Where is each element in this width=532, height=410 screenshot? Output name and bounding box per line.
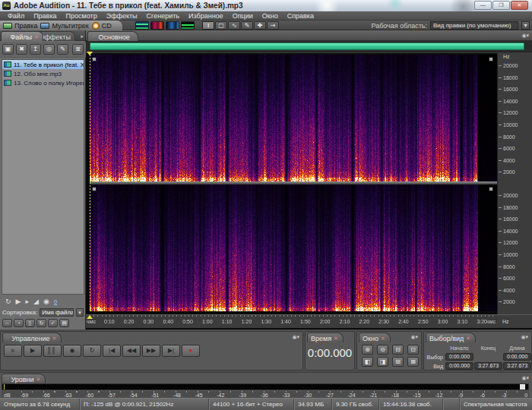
selection-panel-tab[interactable]: Выбор/вид ✕ — [426, 333, 476, 342]
waveform-view-button[interactable] — [135, 21, 149, 30]
record-button[interactable]: ● — [182, 345, 200, 357]
close-icon[interactable]: ✕ — [36, 377, 41, 383]
close-file-icon[interactable]: ✖ — [16, 44, 27, 55]
levels-panel-tab[interactable]: ∷ Уровни ✕ — [2, 374, 46, 383]
time-field[interactable]: 0:00.000 — [445, 353, 473, 361]
panel-menu-button[interactable]: ◉▾ — [410, 334, 418, 340]
edit-file-icon[interactable]: ✎ — [57, 44, 68, 55]
title-bar[interactable]: Au Adobe Audition - 11. Тебе в прикол (f… — [0, 0, 532, 11]
spectral-frequency-view-button[interactable] — [150, 21, 164, 30]
playhead-marker-top[interactable] — [87, 52, 93, 55]
frequency-ruler[interactable]: Hz 2000018000160001400012000100008000600… — [497, 53, 532, 314]
channel-corner-icon[interactable] — [489, 57, 493, 62]
time-field[interactable]: 0:00.000 — [445, 362, 473, 370]
close-icon[interactable]: ✕ — [466, 336, 470, 342]
tab-main[interactable]: ∷ Основное — [87, 31, 138, 41]
overview-range-bar[interactable] — [90, 43, 524, 50]
zoom-panel-tab[interactable]: Окно ✕ — [359, 333, 391, 342]
menu-item-1[interactable]: Файл — [3, 12, 29, 20]
loop-play-icon[interactable]: ↻ — [5, 297, 11, 306]
play-file-icon[interactable]: ▶ — [16, 297, 21, 306]
chevron-down-icon[interactable]: ▼ — [521, 21, 530, 30]
cd-view-button[interactable]: CD — [92, 21, 112, 30]
restore-button[interactable]: ❐ — [492, 1, 510, 10]
chevron-down-icon[interactable]: ▼ — [76, 308, 84, 317]
channel-corner-icon[interactable] — [489, 187, 493, 191]
show-video-files-toggle[interactable]: ▯ — [25, 319, 35, 327]
options-icon[interactable]: ≣ — [72, 44, 84, 55]
import-file-icon[interactable]: ▣ — [2, 44, 14, 55]
sort-select[interactable]: Имя файла — [40, 308, 74, 317]
close-icon[interactable]: ✕ — [34, 34, 39, 40]
follow-session-toggle[interactable]: ▤ — [59, 319, 69, 327]
zoom-full-button[interactable]: ⊟ — [392, 345, 404, 355]
insert-multitrack-icon[interactable]: ↥ — [30, 44, 41, 55]
level-meter[interactable] — [2, 383, 529, 390]
preview-volume-value[interactable]: 0 — [54, 298, 57, 305]
time-field[interactable]: 3:27.673 — [474, 362, 502, 370]
close-icon[interactable]: ✕ — [381, 336, 385, 342]
go-to-beginning-button[interactable]: |◀ — [103, 345, 121, 357]
close-button[interactable]: ✕ — [511, 1, 528, 10]
spectral-phase-view-button[interactable] — [181, 21, 195, 30]
stop-button[interactable]: ■ — [4, 345, 22, 357]
spectral-pan-view-button[interactable] — [166, 21, 179, 30]
scrub-tool[interactable]: ⇝ — [267, 21, 279, 30]
spectrogram-right-channel[interactable] — [90, 184, 497, 311]
go-to-end-button[interactable]: ▶| — [162, 345, 180, 357]
playhead-marker-bottom[interactable] — [87, 315, 93, 319]
tab-files[interactable]: ∷ Файлы ✕ — [1, 31, 43, 41]
play-looped-button[interactable]: ↻ — [83, 345, 101, 357]
panel-menu-button[interactable]: ◉▾ — [521, 334, 528, 340]
transport-panel-tab[interactable]: ∷ Управление ✕ — [2, 333, 62, 342]
expand-icon[interactable]: ▸ — [25, 297, 29, 306]
zoom-right-edge-button[interactable]: ◨ — [377, 357, 388, 367]
minimize-button[interactable]: — — [474, 1, 492, 10]
zoom-left-edge-button[interactable]: ◧ — [362, 357, 373, 367]
panel-menu-button[interactable]: ◉▾ — [521, 375, 529, 381]
spot-healing-brush-tool[interactable]: ✚ — [254, 21, 266, 30]
channel-corner-icon[interactable] — [92, 187, 97, 191]
volume-ramp-icon[interactable]: ◢ — [33, 297, 39, 306]
pause-button[interactable]: ▌▌ — [43, 345, 62, 357]
volume-knob-icon[interactable]: ◉ — [43, 297, 49, 306]
autoplay-toggle[interactable]: ✓ — [48, 319, 58, 327]
channel-corner-icon[interactable] — [92, 57, 97, 62]
edit-view-button[interactable]: Правка — [3, 21, 37, 30]
panel-menu-button[interactable]: ◉▾ — [521, 33, 529, 39]
menu-item-6[interactable]: Избранное — [184, 12, 228, 20]
insert-cd-icon[interactable]: ◎ — [43, 44, 55, 55]
play-from-cursor-button[interactable]: ◉ — [63, 345, 81, 357]
show-session-files-toggle[interactable]: ◔ — [14, 319, 24, 327]
close-icon[interactable]: ✕ — [52, 336, 57, 342]
menu-item-3[interactable]: Просмотр — [62, 12, 102, 20]
tab-overflow-icon[interactable]: ▸ — [81, 33, 84, 39]
show-loop-files-toggle[interactable]: ↻ — [36, 319, 46, 327]
file-list[interactable]: 11. Тебе в прикол (feat. Хамиль12. Обо м… — [2, 59, 84, 295]
time-panel-tab[interactable]: Время ✕ — [307, 333, 344, 342]
file-list-item[interactable]: 13. Слово о полку Игореве (11 — [2, 78, 84, 87]
clip-indicator[interactable] — [520, 384, 525, 390]
zoom-out-horizontal-button[interactable]: ⊖ — [377, 345, 388, 355]
multitrack-view-button[interactable]: Мультитрек — [40, 21, 88, 30]
close-icon[interactable]: ✕ — [334, 336, 338, 342]
time-field[interactable]: 0:00.000 — [503, 353, 531, 361]
spectral-display[interactable]: Hz 2000018000160001400012000100008000600… — [86, 53, 532, 330]
time-display[interactable]: 0:00.000 — [306, 346, 354, 359]
panel-menu-button[interactable]: ◉▾ — [292, 334, 299, 340]
effects-paintbrush-tool[interactable]: ✎ — [241, 21, 253, 30]
rewind-button[interactable]: ◀◀ — [122, 345, 141, 357]
fast-forward-button[interactable]: ▶▶ — [142, 345, 160, 357]
menu-item-2[interactable]: Правка — [29, 12, 61, 20]
time-ruler[interactable]: Hz 0:100:200:300:400:501:001:101:201:301… — [86, 314, 532, 328]
playhead-cursor[interactable] — [90, 55, 90, 311]
menu-item-7[interactable]: Опции — [228, 12, 258, 20]
file-list-item[interactable]: 11. Тебе в прикол (feat. Хамиль — [2, 60, 84, 69]
show-waveform-files-toggle[interactable]: ⇔ — [2, 319, 12, 327]
time-field[interactable]: 3:27.673 — [503, 362, 531, 370]
zoom-in-vertical-button[interactable]: ⊞ — [392, 357, 404, 367]
file-list-item[interactable]: 12. Обо мне.mp3 — [2, 69, 84, 78]
play-button[interactable]: ▶ — [24, 345, 42, 357]
menu-item-5[interactable]: Сгенерить — [142, 12, 184, 20]
menu-item-9[interactable]: Справка — [283, 12, 318, 20]
